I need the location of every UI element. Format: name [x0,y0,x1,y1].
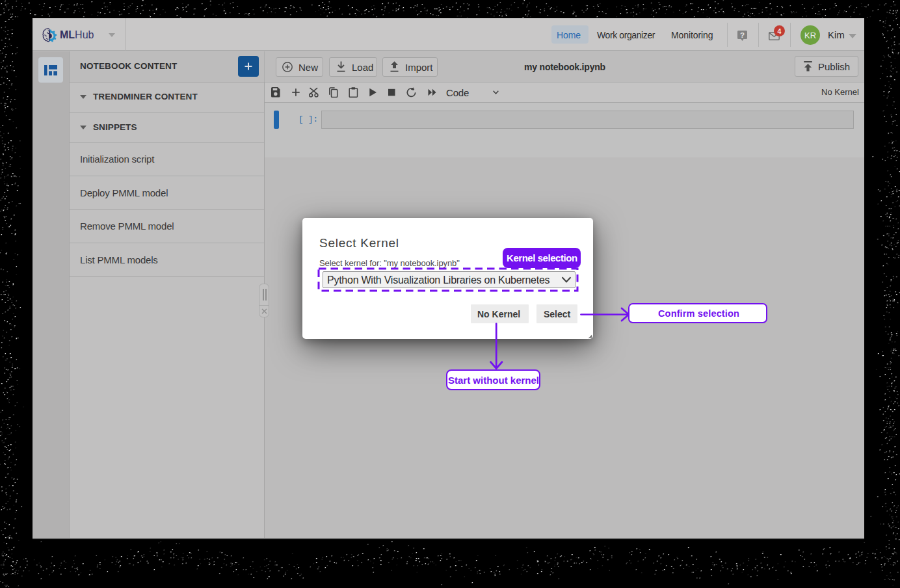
svg-text:?: ? [740,31,745,39]
